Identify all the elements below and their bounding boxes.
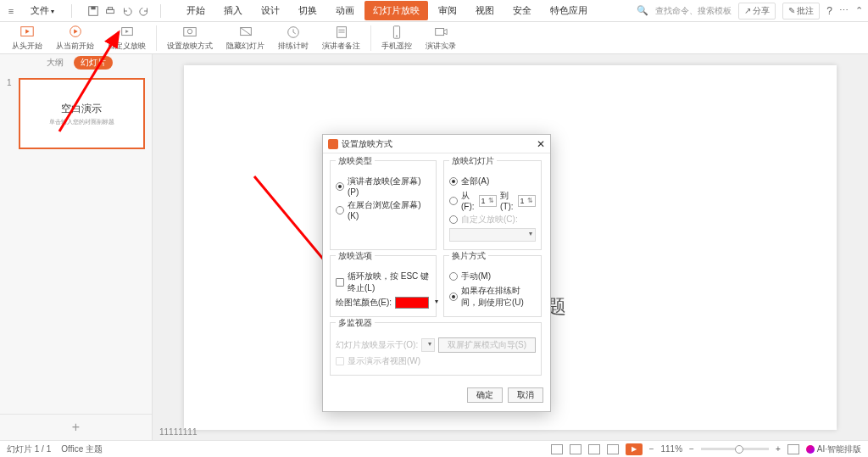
radio-presenter[interactable] xyxy=(336,182,344,191)
comment-button[interactable]: ✎批注 xyxy=(782,3,820,20)
slideshow-button[interactable]: ▶ xyxy=(626,443,643,455)
tab-special[interactable]: 特色应用 xyxy=(542,1,596,20)
radio-custom xyxy=(449,215,458,224)
notes-text[interactable]: 11111111 xyxy=(153,424,204,440)
share-button[interactable]: ↗分享 xyxy=(738,3,776,20)
tab-security[interactable]: 安全 xyxy=(504,1,540,20)
ribbon: 从头开始 从当前开始 自定义放映 设置放映方式 隐藏幻灯片 排练计时 演讲者备注… xyxy=(0,22,868,54)
svg-rect-1 xyxy=(91,6,95,9)
from-current-button[interactable]: 从当前开始 xyxy=(51,23,99,53)
slide-panel: 大纲 幻灯片 1 空白演示 单击输入您的封面副标题 + xyxy=(0,54,153,440)
record-button[interactable]: 演讲实录 xyxy=(420,23,461,53)
radio-timings[interactable] xyxy=(449,293,458,301)
add-slide-button[interactable]: + xyxy=(0,414,152,440)
group-monitors: 多监视器 幻灯片放映显示于(O):双屏扩展模式向导(S) 显示演示者视图(W) xyxy=(330,322,542,376)
rehearse-button[interactable]: 排练计时 xyxy=(273,23,314,53)
setup-show-dialog: 设置放映方式 ✕ 放映类型 演讲者放映(全屏幕)(P) 在展台浏览(全屏幕)(K… xyxy=(322,134,551,412)
dual-screen-button[interactable]: 双屏扩展模式向导(S) xyxy=(438,337,536,353)
svg-rect-2 xyxy=(107,9,114,13)
custom-show-button[interactable]: 自定义放映 xyxy=(103,23,151,53)
svg-point-8 xyxy=(187,29,192,33)
print-icon[interactable] xyxy=(104,5,116,17)
radio-manual[interactable] xyxy=(449,272,458,281)
group-show-options: 放映选项 循环放映，按 ESC 键终止(L) 绘图笔颜色(E): xyxy=(330,255,437,317)
dialog-icon xyxy=(328,139,338,149)
svg-point-16 xyxy=(396,35,398,36)
chk-presenter-view xyxy=(336,357,344,365)
tab-animation[interactable]: 动画 xyxy=(327,1,363,20)
slides-tab[interactable]: 幻灯片 xyxy=(74,56,113,70)
slide-counter: 幻灯片 1 / 1 xyxy=(7,443,51,455)
ok-button[interactable]: 确定 xyxy=(467,387,503,403)
group-show-type: 放映类型 演讲者放映(全屏幕)(P) 在展台浏览(全屏幕)(K) xyxy=(330,160,437,250)
outline-tab[interactable]: 大纲 xyxy=(40,56,70,70)
monitor-combo xyxy=(421,338,434,352)
tab-transition[interactable]: 切换 xyxy=(290,1,326,20)
fit-view-icon[interactable] xyxy=(787,444,799,454)
normal-view-icon[interactable] xyxy=(570,444,581,454)
sorter-view-icon[interactable] xyxy=(588,444,600,454)
statusbar: 幻灯片 1 / 1 Office 主题 ▶ − 111% − + AI·智能排版 xyxy=(0,440,868,457)
hide-slide-button[interactable]: 隐藏幻灯片 xyxy=(221,23,270,53)
custom-show-icon xyxy=(120,25,135,40)
reading-view-icon[interactable] xyxy=(607,444,619,454)
undo-icon[interactable] xyxy=(121,5,133,17)
rehearse-icon xyxy=(286,25,301,40)
play-start-icon xyxy=(19,25,35,40)
custom-show-combo xyxy=(449,228,536,242)
dialog-titlebar[interactable]: 设置放映方式 ✕ xyxy=(323,135,550,153)
tab-home[interactable]: 开始 xyxy=(178,1,214,20)
hide-slide-icon xyxy=(238,25,253,40)
tab-design[interactable]: 设计 xyxy=(253,1,288,20)
notes-view-icon[interactable] xyxy=(551,444,563,454)
speaker-notes-button[interactable]: 演讲者备注 xyxy=(317,23,365,53)
save-icon[interactable] xyxy=(87,5,99,17)
tab-slideshow[interactable]: 幻灯片放映 xyxy=(364,1,428,20)
radio-all[interactable] xyxy=(449,177,458,186)
from-spinner[interactable]: 1 xyxy=(479,195,498,207)
ai-layout-button[interactable]: AI·智能排版 xyxy=(806,443,861,455)
to-spinner[interactable]: 1 xyxy=(518,195,537,207)
svg-rect-17 xyxy=(436,28,444,35)
pen-color-picker[interactable] xyxy=(395,297,429,309)
svg-rect-3 xyxy=(108,7,112,9)
tab-review[interactable]: 审阅 xyxy=(430,1,465,20)
play-current-icon xyxy=(68,25,83,40)
theme-name: Office 主题 xyxy=(61,443,103,455)
slide-thumbnail[interactable]: 空白演示 单击输入您的封面副标题 xyxy=(19,78,145,149)
phone-remote-button[interactable]: 手机遥控 xyxy=(376,23,417,53)
file-menu[interactable]: 文件 xyxy=(24,3,61,19)
close-icon[interactable]: ✕ xyxy=(537,138,545,150)
cancel-button[interactable]: 取消 xyxy=(508,387,543,403)
help-icon[interactable]: ? xyxy=(826,5,832,17)
titlebar: ≡ 文件 开始 插入 设计 切换 动画 幻灯片放映 审阅 视图 安全 特色应用 … xyxy=(0,0,868,22)
dialog-title: 设置放映方式 xyxy=(342,138,392,150)
zoom-slider[interactable] xyxy=(701,448,769,450)
ribbon-tabs: 开始 插入 设计 切换 动画 幻灯片放映 审阅 视图 安全 特色应用 xyxy=(178,1,596,20)
setup-show-button[interactable]: 设置放映方式 xyxy=(162,23,218,53)
slide-number: 1 xyxy=(7,78,15,149)
search-icon[interactable]: 🔍 xyxy=(637,5,648,16)
group-show-slides: 放映幻灯片 全部(A) 从(F):1到(T):1 自定义放映(C): xyxy=(443,160,542,250)
notes-icon xyxy=(334,25,349,40)
tab-view[interactable]: 视图 xyxy=(467,1,503,20)
app-menu-icon[interactable]: ≡ xyxy=(5,5,17,17)
group-advance: 换片方式 手动(M) 如果存在排练时间，则使用它(U) xyxy=(443,255,542,317)
phone-icon xyxy=(389,25,404,40)
chk-loop[interactable] xyxy=(336,278,344,287)
quick-access-toolbar xyxy=(87,5,150,17)
more-icon[interactable]: ⋯ xyxy=(839,5,849,16)
zoom-level[interactable]: 111% xyxy=(661,444,683,454)
record-icon xyxy=(433,25,448,40)
setup-show-icon xyxy=(182,25,198,40)
tab-insert[interactable]: 插入 xyxy=(215,1,251,20)
from-beginning-button[interactable]: 从头开始 xyxy=(7,23,47,53)
collapse-icon[interactable]: ⌃ xyxy=(855,5,863,16)
radio-range[interactable] xyxy=(449,197,458,205)
radio-kiosk[interactable] xyxy=(336,206,344,215)
search-hint[interactable]: 查找命令、搜索模板 xyxy=(655,5,732,17)
svg-line-10 xyxy=(240,27,251,35)
redo-icon[interactable] xyxy=(138,5,150,17)
